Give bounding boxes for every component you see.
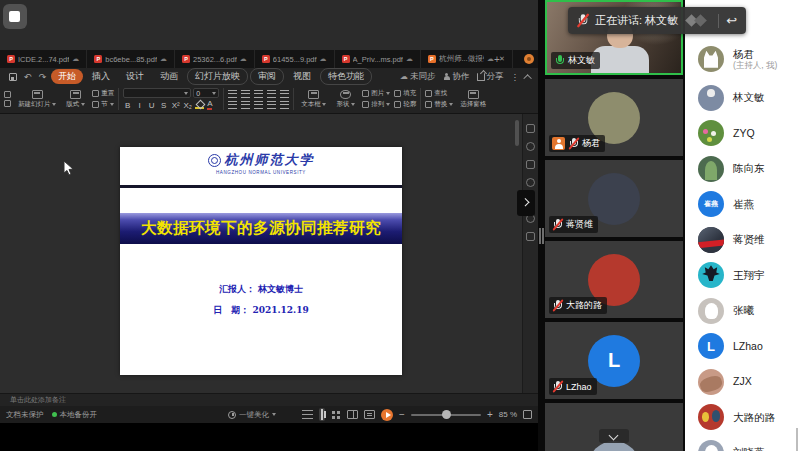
video-tile[interactable]: 杨君 — [545, 79, 683, 156]
menu-tab[interactable]: 开始 — [51, 69, 83, 84]
align-left-icon[interactable] — [228, 101, 237, 109]
participant-row[interactable]: L LZhao — [685, 329, 799, 365]
align-center-icon[interactable] — [241, 101, 250, 109]
arrange-button[interactable]: 排列 — [362, 100, 390, 109]
participant-row[interactable]: 崔燕 崔燕 — [685, 187, 799, 223]
participant-row[interactable]: 大路的路 — [685, 400, 799, 436]
redo-icon[interactable]: ↷ — [36, 70, 49, 83]
menu-tab[interactable]: 幻灯片放映 — [187, 68, 248, 85]
participant-row[interactable]: 王翔宇 — [685, 258, 799, 294]
format-toggle-button[interactable]: X₂ — [183, 101, 192, 110]
picture-button[interactable]: 图片 — [362, 89, 390, 98]
numbered-list-icon[interactable] — [241, 90, 250, 98]
zoom-in-button[interactable]: + — [487, 410, 493, 420]
participant-row[interactable]: 杨君 (主持人, 我) — [685, 38, 799, 80]
justify-icon[interactable] — [267, 101, 276, 109]
account-avatar[interactable] — [524, 54, 534, 64]
format-toggle-button[interactable]: B — [123, 101, 132, 110]
undo-icon[interactable]: ↶ — [21, 70, 34, 83]
columns-icon[interactable] — [280, 101, 289, 109]
format-painter-button[interactable] — [4, 100, 11, 107]
video-tile[interactable]: L LZhao — [545, 322, 683, 399]
document-tab[interactable]: P A_Priv...ms.pdf ☁ — [335, 50, 421, 68]
video-tile[interactable]: 蒋贤维 — [545, 160, 683, 237]
format-toggle-button[interactable]: S — [159, 101, 168, 110]
share-button[interactable]: 分享 — [477, 71, 504, 83]
slide-sorter-icon[interactable] — [331, 410, 341, 419]
slide[interactable]: 杭州师范大学 HANGZHOU NORMAL UNIVERSITY 大数据环境下… — [120, 147, 402, 375]
menu-tab[interactable]: 动画 — [153, 69, 185, 84]
format-toggle-button[interactable]: I — [135, 101, 144, 110]
gallery-tool-icon[interactable] — [526, 232, 535, 241]
line-spacing-icon[interactable] — [280, 90, 289, 98]
menu-tab[interactable]: 审阅 — [250, 68, 284, 85]
layout-button[interactable]: 版式 — [63, 90, 88, 109]
participant-row[interactable]: ZJX — [685, 364, 799, 400]
menu-tab[interactable]: 视图 — [286, 69, 318, 84]
replace-button[interactable]: 替换 — [425, 100, 453, 109]
zoom-out-button[interactable]: − — [399, 410, 405, 420]
document-tab[interactable]: P 61455...9.pdf ☁ — [255, 50, 335, 68]
normal-view-button[interactable] — [319, 408, 325, 421]
reading-view-icon[interactable] — [347, 410, 358, 419]
participant-row[interactable]: 刘晓燕 — [685, 435, 799, 451]
view-settings-icon[interactable] — [302, 410, 313, 419]
lock-tool-icon[interactable] — [526, 160, 535, 169]
format-toggle-button[interactable]: U — [147, 101, 156, 110]
menu-tab[interactable]: 设计 — [119, 69, 151, 84]
font-size-select[interactable]: 0 — [193, 88, 219, 98]
muted-microphone-icon[interactable] — [576, 13, 589, 28]
video-tile[interactable] — [545, 403, 683, 451]
scroll-tiles-down-button[interactable] — [599, 429, 629, 443]
participant-row[interactable]: 林文敏 — [685, 80, 799, 116]
selection-pane-button[interactable]: 选择窗格 — [457, 90, 489, 109]
return-arrow-icon[interactable]: ↩ — [726, 14, 737, 27]
participant-row[interactable]: ZYQ — [685, 116, 799, 152]
floating-share-widget[interactable] — [3, 4, 27, 29]
notes-view-icon[interactable] — [364, 410, 375, 419]
participant-row[interactable]: 蒋贤维 — [685, 222, 799, 258]
participant-row[interactable]: 张曦 — [685, 293, 799, 329]
section-button[interactable]: 节 — [92, 100, 114, 109]
fit-screen-icon[interactable] — [523, 410, 532, 419]
new-tab-button[interactable]: + — [486, 50, 508, 68]
highlight-color-icon[interactable] — [195, 101, 204, 109]
new-slide-button[interactable]: 新建幻灯片 — [15, 90, 59, 109]
document-tab[interactable]: P ICDE.2...74.pdf ☁ — [0, 50, 87, 68]
panel-resize-handle[interactable] — [539, 228, 544, 244]
save-icon[interactable] — [6, 70, 19, 83]
collapse-ribbon-icon[interactable] — [523, 74, 531, 82]
fill-button[interactable]: 填充 — [394, 89, 416, 98]
expand-panel-arrow[interactable] — [517, 190, 535, 216]
outline-button[interactable]: 轮廓 — [394, 100, 416, 109]
format-toggle-button[interactable]: X² — [171, 101, 180, 110]
sync-status[interactable]: ☁未同步 — [400, 71, 436, 83]
play-slideshow-button[interactable] — [381, 409, 393, 421]
notes-bar[interactable]: 单击此处添加备注 — [0, 393, 538, 406]
participant-row[interactable]: 陈向东 — [685, 151, 799, 187]
record-tool-icon[interactable] — [526, 178, 535, 187]
paste-button[interactable] — [4, 91, 11, 98]
more-menu-icon[interactable]: ⋮ — [511, 72, 520, 82]
shapes-button[interactable]: 形状 — [333, 90, 358, 109]
align-right-icon[interactable] — [254, 101, 263, 109]
font-name-select[interactable] — [123, 88, 191, 98]
zoom-slider[interactable] — [411, 414, 481, 416]
slide-canvas[interactable]: 杭州师范大学 HANGZHOU NORMAL UNIVERSITY 大数据环境下… — [0, 114, 522, 393]
document-tab[interactable]: P 25362...6.pdf ☁ — [175, 50, 255, 68]
indent-decrease-icon[interactable] — [254, 90, 263, 98]
reset-button[interactable]: 重置 — [92, 89, 114, 98]
document-tab[interactable]: P bc6ebe...85.pdf ☁ — [87, 50, 175, 68]
zoom-slider-thumb[interactable] — [442, 410, 451, 419]
font-color-button[interactable]: A — [207, 100, 212, 110]
indent-increase-icon[interactable] — [267, 90, 276, 98]
comment-tool-icon[interactable] — [526, 142, 535, 151]
menu-tab[interactable]: 特色功能 — [320, 68, 372, 85]
video-tile[interactable]: 大路的路 — [545, 241, 683, 318]
canvas-scrollbar[interactable] — [515, 120, 519, 146]
textbox-button[interactable]: 文本框 — [298, 90, 329, 109]
beautify-button[interactable]: 一键美化 — [228, 410, 276, 420]
collaborate-button[interactable]: 协作 — [443, 71, 470, 83]
animation-pane-icon[interactable] — [526, 124, 535, 133]
menu-tab[interactable]: 插入 — [85, 69, 117, 84]
